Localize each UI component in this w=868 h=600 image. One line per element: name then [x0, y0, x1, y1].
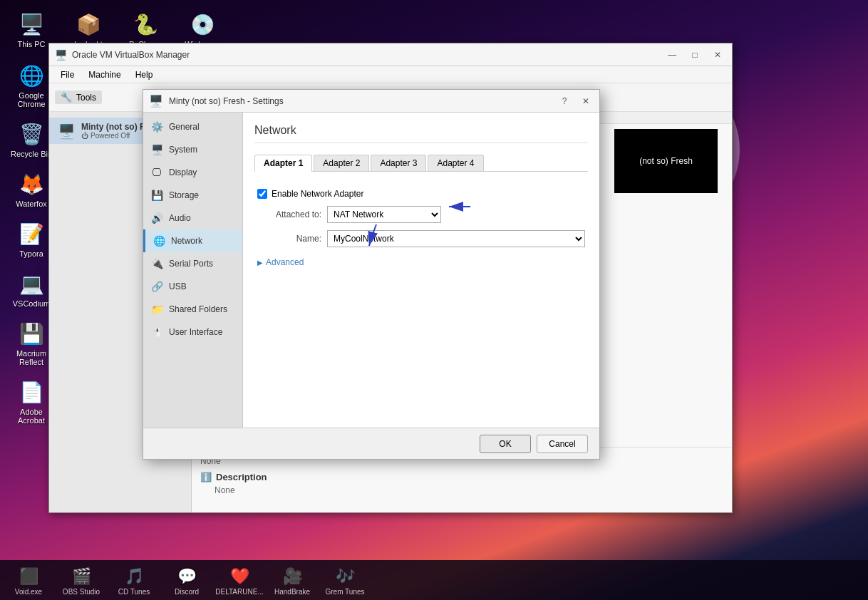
settings-item-network[interactable]: 🌐 Network: [143, 229, 242, 252]
void-label: Void.exe: [15, 588, 42, 596]
vbox-minimize-button[interactable]: —: [663, 48, 681, 62]
taskbar-deltarune[interactable]: ❤️ DELTARUNE...: [214, 562, 265, 599]
taskbar-void[interactable]: ⬛ Void.exe: [3, 562, 54, 599]
vbox-menu-help[interactable]: Help: [130, 68, 159, 81]
settings-item-general[interactable]: ⚙️ General: [143, 115, 242, 138]
network-label: Network: [171, 236, 202, 246]
settings-item-shared-folders[interactable]: 📁 Shared Folders: [143, 298, 242, 321]
name-row: Name: MyCoolNetwork: [257, 230, 585, 247]
vm-thumbnail-text: (not so) Fresh: [639, 156, 693, 166]
discord-icon: 💬: [175, 565, 198, 588]
network-icon: 🌐: [153, 234, 165, 247]
settings-item-storage[interactable]: 💾 Storage: [143, 184, 242, 207]
system-icon: 🖥️: [150, 143, 163, 156]
name-label: Name:: [257, 234, 321, 244]
advanced-label: Advanced: [266, 257, 304, 267]
tools-button[interactable]: 🔧 Tools: [55, 90, 102, 104]
enable-adapter-checkbox[interactable]: [257, 189, 267, 199]
this-pc-icon: 🖥️: [17, 10, 46, 38]
macrium-label: Macrium Reflect: [9, 349, 54, 366]
general-icon: ⚙️: [150, 120, 163, 133]
taskbar-handbrake[interactable]: 🎥 HandBrake: [267, 562, 318, 599]
serial-ports-label: Serial Ports: [169, 259, 213, 269]
obs-icon: 🎬: [70, 565, 93, 588]
general-label: General: [169, 122, 200, 132]
settings-sidebar: ⚙️ General 🖥️ System 🖵 Display 💾 Storage…: [143, 113, 243, 428]
recycle-bin-label: Recycle Bin: [11, 150, 52, 158]
desc-value: None: [200, 485, 723, 495]
settings-item-display[interactable]: 🖵 Display: [143, 161, 242, 184]
settings-title: Minty (not so) Fresh - Settings: [169, 96, 551, 106]
settings-item-system[interactable]: 🖥️ System: [143, 138, 242, 161]
vbox-titlebar: 🖥️ Oracle VM VirtualBox Manager — □ ✕: [49, 43, 732, 66]
tools-label: Tools: [76, 93, 96, 103]
vbox-app-icon: 🖥️: [55, 49, 66, 61]
vbox-menu-file[interactable]: File: [55, 68, 80, 81]
storage-label: Storage: [169, 190, 199, 200]
name-select[interactable]: MyCoolNetwork: [327, 230, 585, 247]
shared-folders-label: Shared Folders: [169, 304, 227, 314]
typora-label: Typora: [19, 249, 43, 258]
taskbar-discord[interactable]: 💬 Discord: [161, 562, 212, 599]
taskbar-obs[interactable]: 🎬 OBS Studio: [56, 562, 107, 599]
settings-app-icon: 🖥️: [149, 94, 163, 108]
handbrake-icon: 🎥: [281, 565, 304, 588]
shared-folders-icon: 📁: [150, 303, 163, 316]
attached-to-row: Attached to: NAT Network NAT Bridged Ada…: [257, 206, 585, 223]
audio-label: Audio: [169, 213, 191, 223]
bruh-pkt-icon: 📦: [74, 10, 103, 38]
display-icon: 🖵: [150, 166, 163, 179]
adapter-tabs: Adapter 1 Adapter 2 Adapter 3 Adapter 4: [254, 155, 588, 172]
cancel-button[interactable]: Cancel: [537, 435, 588, 453]
obs-label: OBS Studio: [63, 588, 100, 596]
pycharm-icon: 🐍: [131, 10, 160, 38]
settings-main: Network Adapter 1 Adapter 2 Adapter 3 Ad…: [243, 113, 599, 428]
display-label: Display: [169, 167, 197, 177]
settings-item-audio[interactable]: 🔊 Audio: [143, 207, 242, 229]
settings-dialog: 🖥️ Minty (not so) Fresh - Settings ? ✕ ⚙…: [143, 89, 600, 460]
deltarune-label: DELTARUNE...: [215, 588, 263, 596]
attached-to-select[interactable]: NAT Network NAT Bridged Adapter Host-onl…: [327, 206, 441, 223]
taskbar-cd-tunes[interactable]: 🎵 CD Tunes: [108, 562, 160, 599]
void-icon: ⬛: [17, 565, 40, 588]
storage-icon: 💾: [150, 189, 163, 202]
settings-item-user-interface[interactable]: 🖱️ User Interface: [143, 321, 242, 343]
waterfox-label: Waterfox: [16, 200, 47, 208]
vscodium-label: VSCodium: [13, 299, 51, 308]
settings-body: ⚙️ General 🖥️ System 🖵 Display 💾 Storage…: [143, 113, 599, 428]
adapter-tab-1[interactable]: Adapter 1: [254, 155, 312, 172]
vm-icon: 🖥️: [58, 123, 76, 140]
advanced-row[interactable]: ▶ Advanced: [257, 254, 585, 270]
settings-section-title: Network: [254, 124, 588, 143]
vscodium-icon: 💻: [17, 269, 46, 298]
discord-label: Discord: [175, 588, 199, 596]
settings-item-usb[interactable]: 🔗 USB: [143, 275, 242, 298]
adapter-tab-4[interactable]: Adapter 4: [428, 155, 483, 171]
settings-close-button[interactable]: ✕: [578, 94, 594, 108]
grem-tunes-icon: 🎶: [334, 565, 356, 588]
adapter-tab-2[interactable]: Adapter 2: [314, 155, 369, 171]
vbox-menu-machine[interactable]: Machine: [83, 68, 126, 81]
enable-adapter-label[interactable]: Enable Network Adapter: [272, 189, 363, 199]
macrium-icon: 💾: [17, 319, 46, 348]
adapter-tab-3[interactable]: Adapter 3: [371, 155, 426, 171]
tools-icon: 🔧: [61, 92, 72, 103]
power-icon: ⏻: [81, 132, 88, 140]
vbox-maximize-button[interactable]: □: [686, 48, 703, 62]
vbox-close-button[interactable]: ✕: [709, 48, 726, 62]
enable-adapter-row: Enable Network Adapter: [257, 189, 585, 199]
deltarune-icon: ❤️: [228, 565, 251, 588]
taskbar-grem-tunes[interactable]: 🎶 Grem Tunes: [319, 562, 371, 599]
system-label: System: [169, 145, 197, 155]
settings-item-serial-ports[interactable]: 🔌 Serial Ports: [143, 252, 242, 275]
this-pc-label: This PC: [17, 40, 45, 48]
ok-button[interactable]: OK: [480, 435, 531, 453]
grem-tunes-label: Grem Tunes: [325, 588, 364, 596]
audio-icon: 🔊: [150, 212, 163, 224]
advanced-arrow-icon: ▶: [257, 259, 263, 267]
handbrake-label: HandBrake: [274, 588, 310, 596]
winimage-icon: 💿: [188, 10, 217, 38]
settings-help-button[interactable]: ?: [557, 94, 572, 108]
vbox-title: Oracle VM VirtualBox Manager: [72, 50, 658, 60]
desc-label: Description: [216, 472, 267, 482]
